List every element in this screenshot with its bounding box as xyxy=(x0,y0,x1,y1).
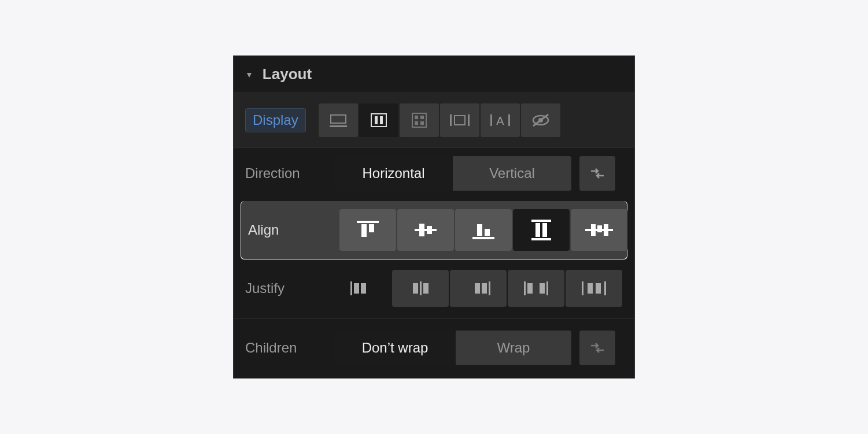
svg-rect-2 xyxy=(371,114,386,127)
justify-start-button[interactable] xyxy=(334,270,391,307)
svg-rect-3 xyxy=(375,116,378,124)
display-block-icon xyxy=(330,113,347,128)
align-baseline-icon xyxy=(584,218,614,242)
justify-start-icon xyxy=(348,278,377,299)
display-none-icon xyxy=(531,113,551,127)
display-flex-button[interactable] xyxy=(359,103,398,137)
svg-rect-30 xyxy=(535,223,540,237)
svg-rect-24 xyxy=(427,226,432,234)
justify-center-button[interactable] xyxy=(392,270,449,307)
direction-vertical-button[interactable]: Vertical xyxy=(453,156,571,191)
svg-rect-39 xyxy=(420,281,422,295)
svg-rect-1 xyxy=(330,125,347,127)
align-end-button[interactable] xyxy=(455,209,512,251)
svg-rect-27 xyxy=(485,229,490,236)
svg-rect-19 xyxy=(357,221,379,223)
svg-rect-23 xyxy=(419,224,424,236)
justify-options xyxy=(334,270,622,307)
align-middle-icon xyxy=(412,218,439,242)
svg-rect-21 xyxy=(369,224,374,232)
swap-arrows-icon xyxy=(589,165,606,181)
svg-rect-8 xyxy=(415,121,418,125)
justify-center-icon xyxy=(406,278,435,299)
display-grid-button[interactable] xyxy=(400,103,439,137)
svg-rect-43 xyxy=(475,283,480,294)
justify-end-icon xyxy=(464,278,493,299)
svg-rect-33 xyxy=(591,224,596,236)
svg-rect-5 xyxy=(412,113,426,127)
children-label: Children xyxy=(245,340,326,356)
panel-title: Layout xyxy=(263,65,312,83)
display-inline-icon: A xyxy=(490,113,510,127)
children-nowrap-button[interactable]: Don’t wrap xyxy=(334,331,456,365)
svg-rect-51 xyxy=(588,283,593,294)
collapse-caret-icon: ▼ xyxy=(245,70,253,79)
display-flex-icon xyxy=(370,113,387,128)
justify-end-button[interactable] xyxy=(450,270,507,307)
justify-around-button[interactable] xyxy=(566,270,622,307)
svg-rect-13 xyxy=(490,114,492,126)
svg-rect-44 xyxy=(482,283,487,294)
wrap-options: Don’t wrap Wrap xyxy=(334,331,571,365)
svg-text:A: A xyxy=(496,114,504,127)
svg-rect-48 xyxy=(540,283,545,294)
svg-rect-50 xyxy=(604,281,606,295)
align-start-button[interactable] xyxy=(339,209,396,251)
svg-rect-45 xyxy=(524,281,526,295)
svg-rect-4 xyxy=(380,116,383,124)
svg-rect-40 xyxy=(413,283,418,294)
justify-around-icon xyxy=(579,278,608,299)
direction-options: Horizontal Vertical xyxy=(334,156,571,191)
align-stretch-icon xyxy=(528,218,555,242)
svg-rect-38 xyxy=(361,283,366,294)
display-row: Display A xyxy=(234,93,634,148)
svg-rect-46 xyxy=(546,281,548,295)
align-stretch-button[interactable] xyxy=(513,209,570,251)
svg-rect-12 xyxy=(455,116,465,125)
display-inline-button[interactable]: A xyxy=(481,103,520,137)
display-none-button[interactable] xyxy=(521,103,560,137)
svg-rect-14 xyxy=(508,114,510,126)
svg-rect-20 xyxy=(361,224,367,237)
svg-rect-34 xyxy=(597,225,602,232)
direction-reverse-button[interactable] xyxy=(579,156,615,191)
panel-header[interactable]: ▼ Layout xyxy=(234,56,634,93)
svg-rect-10 xyxy=(450,114,452,126)
svg-rect-35 xyxy=(604,224,608,236)
direction-horizontal-button[interactable]: Horizontal xyxy=(334,156,453,191)
children-row: Children Don’t wrap Wrap xyxy=(234,322,634,378)
children-wrap-button[interactable]: Wrap xyxy=(456,331,571,365)
align-top-icon xyxy=(354,218,381,242)
svg-rect-31 xyxy=(542,223,547,237)
align-center-button[interactable] xyxy=(397,209,454,251)
align-options xyxy=(339,209,627,251)
svg-rect-29 xyxy=(531,238,551,240)
justify-label: Justify xyxy=(245,280,326,296)
display-grid-icon xyxy=(411,112,427,128)
children-reverse-button[interactable] xyxy=(579,331,615,365)
svg-rect-49 xyxy=(582,281,583,295)
display-block-button[interactable] xyxy=(319,103,358,137)
justify-between-button[interactable] xyxy=(508,270,564,307)
separator xyxy=(234,318,634,319)
svg-rect-6 xyxy=(415,116,418,119)
align-row: Align xyxy=(241,201,627,259)
justify-row: Justify xyxy=(234,262,634,315)
svg-rect-22 xyxy=(415,229,437,231)
svg-rect-37 xyxy=(354,283,359,294)
svg-rect-28 xyxy=(531,220,551,222)
align-baseline-button[interactable] xyxy=(571,209,627,251)
display-inline-block-button[interactable] xyxy=(440,103,479,137)
direction-label: Direction xyxy=(245,165,326,181)
display-options: A xyxy=(319,103,560,137)
display-label[interactable]: Display xyxy=(245,108,306,132)
svg-rect-25 xyxy=(472,237,494,239)
svg-rect-36 xyxy=(350,281,352,295)
svg-rect-47 xyxy=(527,283,533,294)
svg-rect-52 xyxy=(596,283,601,294)
svg-rect-11 xyxy=(468,114,470,126)
svg-rect-26 xyxy=(477,224,482,236)
align-bottom-icon xyxy=(470,218,497,242)
align-label: Align xyxy=(246,222,331,238)
layout-panel: ▼ Layout Display A Di xyxy=(233,55,635,379)
